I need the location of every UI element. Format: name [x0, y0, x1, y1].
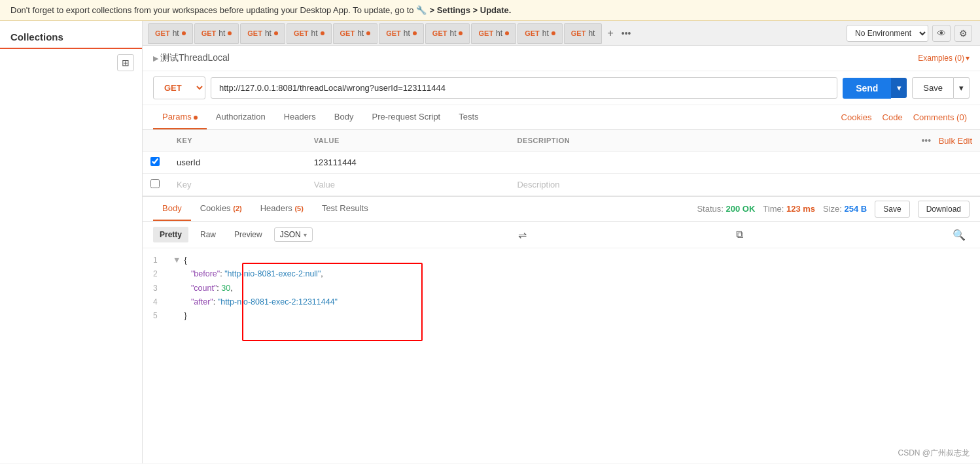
tab-url-short: ht — [542, 29, 549, 38]
tab-item[interactable]: GET ht — [287, 23, 332, 44]
row-value-placeholder[interactable]: Value — [306, 174, 510, 196]
code-view: 1 ▼ { 2 "before": "http-nio-8081-exec-2:… — [143, 248, 980, 463]
param-checkbox[interactable] — [150, 179, 160, 188]
resp-tab-body[interactable]: Body — [153, 197, 191, 221]
row-key-placeholder[interactable]: Key — [169, 174, 306, 196]
tab-item[interactable]: GET ht — [240, 23, 285, 44]
cookies-badge: (2) — [233, 205, 241, 212]
resp-tab-headers[interactable]: Headers (5) — [251, 197, 313, 221]
save-dropdown-button[interactable]: ▾ — [954, 77, 970, 99]
code-text: { — [182, 254, 187, 267]
tab-dot — [366, 31, 370, 35]
bulk-edit-button[interactable]: Bulk Edit — [939, 136, 972, 146]
tab-item[interactable]: GET ht — [517, 23, 563, 44]
row-check-cell — [143, 174, 169, 196]
tab-method: GET — [386, 29, 401, 37]
tab-authorization[interactable]: Authorization — [207, 105, 275, 129]
fmt-tab-pretty[interactable]: Pretty — [153, 227, 188, 242]
row-key-cell[interactable]: userId — [169, 152, 306, 174]
send-dropdown-button[interactable]: ▾ — [891, 78, 907, 98]
add-tab-button[interactable]: + — [603, 25, 617, 42]
tab-item[interactable]: GET ht — [148, 23, 193, 44]
settings-icon-btn[interactable]: ⚙ — [954, 25, 972, 42]
tab-item[interactable]: GET ht — [564, 23, 603, 44]
more-tabs-button[interactable]: ••• — [618, 25, 635, 41]
tab-dot — [551, 31, 555, 35]
send-button[interactable]: Send — [843, 78, 891, 99]
tab-dot — [321, 31, 324, 35]
format-select-label: JSON — [280, 230, 301, 239]
tab-tests[interactable]: Tests — [449, 105, 487, 129]
tab-item[interactable]: GET ht — [425, 23, 470, 44]
tab-dot — [413, 31, 417, 35]
format-select[interactable]: JSON ▾ — [274, 227, 313, 242]
send-btn-group: Send ▾ — [843, 78, 907, 99]
save-response-button[interactable]: Save — [875, 201, 909, 218]
search-icon-btn[interactable]: 🔍 — [949, 227, 970, 242]
wrap-icon-btn[interactable]: ⇌ — [514, 227, 531, 242]
tab-url-short: ht — [588, 29, 595, 38]
chevron-down-icon: ▾ — [966, 54, 970, 63]
environment-area: No Environment 👁 ⚙ — [847, 25, 975, 42]
copy-icon-btn[interactable]: ⧉ — [732, 227, 747, 242]
tab-headers[interactable]: Headers — [275, 105, 325, 129]
code-text: "count": 30, — [182, 282, 233, 295]
tab-url-short: ht — [496, 29, 502, 38]
time-value: 123 ms — [786, 204, 815, 214]
tab-params[interactable]: Params — [153, 105, 207, 129]
param-checkbox[interactable] — [150, 157, 160, 166]
method-select[interactable]: GET — [153, 76, 205, 99]
update-banner: Don't forget to export collections from … — [0, 0, 980, 21]
params-more-button[interactable]: ••• — [921, 135, 931, 146]
url-input[interactable] — [211, 77, 837, 99]
row-desc-placeholder[interactable]: Description — [509, 174, 748, 196]
resp-meta: Status: 200 OK Time: 123 ms Size: 254 B … — [697, 201, 970, 218]
tab-url-short: ht — [265, 29, 271, 38]
url-bar: GET Send ▾ Save ▾ — [143, 71, 980, 105]
new-collection-button[interactable]: ⊞ — [117, 54, 134, 71]
resp-tab-test-results[interactable]: Test Results — [313, 197, 377, 221]
tab-body[interactable]: Body — [325, 105, 363, 129]
fold-toggle[interactable]: ▼ — [173, 254, 182, 267]
code-line-4: 4 "after": "http-nio-8081-exec-2:1231144… — [153, 295, 970, 309]
fmt-tab-raw[interactable]: Raw — [194, 227, 222, 242]
line-number: 1 — [153, 254, 173, 267]
cookies-link[interactable]: Cookies — [839, 106, 875, 129]
row-desc-cell[interactable] — [509, 152, 748, 174]
save-button[interactable]: Save — [912, 77, 954, 99]
code-text: "before": "http-nio-8081-exec-2:null", — [182, 267, 323, 281]
tab-dot — [182, 31, 186, 35]
tab-method: GET — [571, 29, 586, 37]
tab-item[interactable]: GET ht — [194, 23, 239, 44]
banner-text: Don't forget to export collections from … — [10, 5, 413, 15]
tabs-bar: GET ht GET ht GET ht GET ht GET ht — [143, 21, 980, 46]
banner-link[interactable]: > Settings > Update. — [429, 5, 511, 15]
environment-select[interactable]: No Environment — [847, 25, 928, 42]
code-text: } — [182, 309, 187, 323]
download-button[interactable]: Download — [918, 201, 970, 218]
examples-link[interactable]: Examples (0) ▾ — [918, 54, 970, 63]
col-actions: ••• Bulk Edit — [748, 130, 980, 152]
row-value-cell[interactable]: 123111444 — [306, 152, 510, 174]
sidebar: Collections ⊞ — [0, 21, 143, 463]
main-layout: Collections ⊞ GET ht GET ht GET ht — [0, 21, 980, 463]
tab-method: GET — [201, 29, 217, 37]
code-text: "after": "http-nio-8081-exec-2:12311444" — [182, 295, 338, 309]
code-link[interactable]: Code — [880, 106, 905, 129]
tab-item[interactable]: GET ht — [379, 23, 424, 44]
resp-tab-cookies[interactable]: Cookies (2) — [191, 197, 251, 221]
tab-item[interactable]: GET ht — [333, 23, 378, 44]
eye-icon-btn[interactable]: 👁 — [932, 25, 951, 42]
fmt-tab-preview[interactable]: Preview — [228, 227, 269, 242]
table-row: Key Value Description — [143, 174, 980, 196]
tab-pre-request-script[interactable]: Pre-request Script — [362, 105, 449, 129]
tab-method: GET — [340, 29, 355, 37]
comments-link[interactable]: Comments (0) — [911, 106, 970, 129]
tab-item[interactable]: GET ht — [471, 23, 516, 44]
size-label: Size: 254 B — [823, 204, 867, 214]
headers-badge: (5) — [294, 205, 303, 212]
tab-url-short: ht — [219, 29, 225, 38]
collections-title: Collections — [0, 21, 142, 49]
time-label: Time: 123 ms — [763, 204, 815, 214]
status-label: Status: 200 OK — [697, 204, 755, 214]
